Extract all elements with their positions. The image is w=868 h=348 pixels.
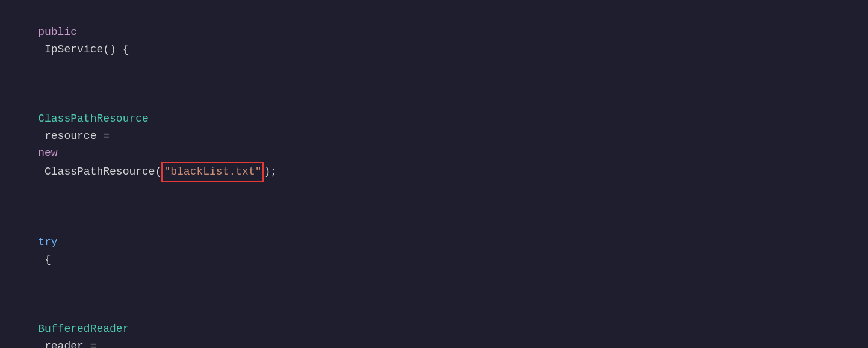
type-classpathresource: ClassPathResource bbox=[38, 113, 149, 125]
string-blacklist: "blackList.txt" bbox=[164, 166, 261, 178]
code-line-4: BufferedReader reader = new BufferedRead… bbox=[12, 286, 856, 348]
code-line-3: try { bbox=[12, 199, 856, 286]
keyword-public: public bbox=[38, 26, 77, 38]
keyword-try: try bbox=[38, 236, 57, 248]
code-block: public IpService() { ClassPathResource r… bbox=[0, 0, 868, 348]
highlight-blacklist: "blackList.txt" bbox=[161, 162, 264, 182]
code-line-2: ClassPathResource resource = new ClassPa… bbox=[12, 75, 856, 199]
type-bufferedreader: BufferedReader bbox=[38, 323, 129, 335]
keyword-new-1: new bbox=[38, 147, 57, 159]
code-line-1: public IpService() { bbox=[12, 6, 856, 75]
